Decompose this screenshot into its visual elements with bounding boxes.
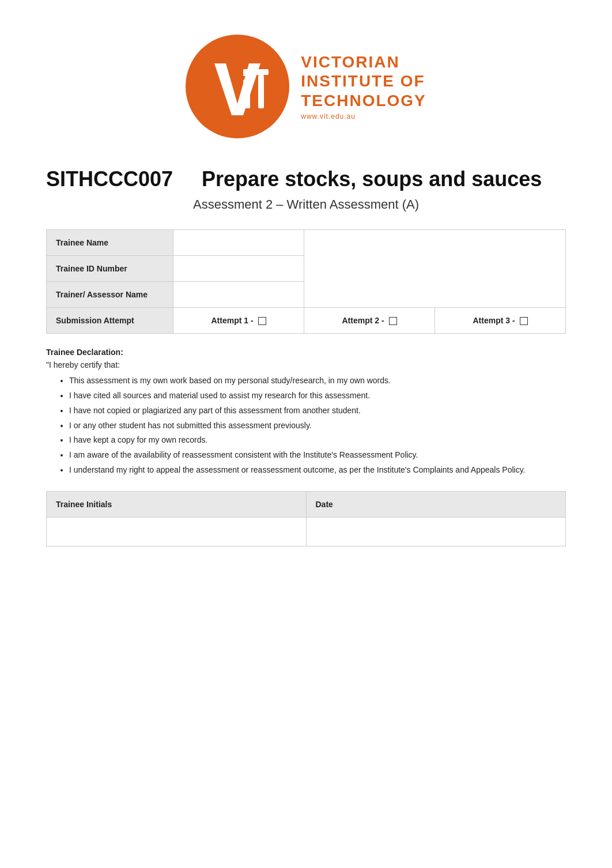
trainee-id-row: Trainee ID Number: [47, 256, 566, 282]
svg-point-0: [186, 35, 289, 138]
svg-rect-2: [243, 69, 250, 76]
info-table: Trainee Name Trainee ID Number Trainer/ …: [46, 229, 566, 334]
title-section: SITHCCC007 Prepare stocks, soups and sau…: [46, 167, 566, 212]
declaration-item-1: This assessment is my own work based on …: [69, 374, 566, 388]
trainee-initials-label: Trainee Initials: [47, 491, 307, 517]
trainee-id-value[interactable]: [173, 256, 304, 282]
school-line2: INSTITUTE OF: [301, 71, 426, 91]
page: VICTORIAN INSTITUTE OF TECHNOLOGY www.vi…: [0, 0, 612, 868]
vit-logo-icon: [186, 35, 289, 138]
attempt3-label: Attempt 3 -: [473, 316, 515, 325]
declaration-intro: "I hereby certify that:: [46, 360, 566, 369]
declaration-title: Trainee Declaration:: [46, 348, 566, 357]
course-code: SITHCCC007: [46, 167, 173, 191]
submission-row: Submission Attempt Attempt 1 - Attempt 2…: [47, 308, 566, 334]
attempt3-checkbox[interactable]: [520, 317, 528, 325]
signature-table: Trainee Initials Date: [46, 491, 566, 546]
trainer-label: Trainer/ Assessor Name: [47, 282, 173, 308]
attempt1-checkbox[interactable]: [258, 317, 266, 325]
school-line3: TECHNOLOGY: [301, 91, 426, 111]
attempt1-label: Attempt 1 -: [211, 316, 253, 325]
trainee-id-label: Trainee ID Number: [47, 256, 173, 282]
submission-label: Submission Attempt: [47, 308, 173, 334]
attempt2-checkbox[interactable]: [389, 317, 397, 325]
attempt1-cell: Attempt 1 -: [173, 308, 304, 334]
declaration-item-5: I have kept a copy for my own records.: [69, 433, 566, 447]
assessment-subtitle: Assessment 2 – Written Assessment (A): [46, 197, 566, 212]
trainee-name-label: Trainee Name: [47, 230, 173, 256]
logo-area: VICTORIAN INSTITUTE OF TECHNOLOGY www.vi…: [46, 35, 566, 138]
declaration-section: Trainee Declaration: "I hereby certify t…: [46, 348, 566, 477]
trainer-value[interactable]: [173, 282, 304, 308]
attempt2-label: Attempt 2 -: [342, 316, 384, 325]
declaration-list: This assessment is my own work based on …: [46, 374, 566, 477]
trainee-name-value[interactable]: [173, 230, 304, 256]
svg-rect-4: [254, 69, 269, 75]
date-label: Date: [306, 491, 566, 517]
school-name-block: VICTORIAN INSTITUTE OF TECHNOLOGY www.vi…: [301, 52, 426, 121]
declaration-item-2: I have cited all sources and material us…: [69, 389, 566, 403]
school-url: www.vit.edu.au: [301, 112, 426, 120]
signature-value-row: [47, 517, 566, 546]
attempt3-cell: Attempt 3 -: [435, 308, 566, 334]
trainee-initials-value[interactable]: [47, 517, 307, 546]
signature-label-row: Trainee Initials Date: [47, 491, 566, 517]
svg-rect-3: [243, 80, 250, 108]
declaration-item-7: I understand my right to appeal the asse…: [69, 463, 566, 477]
declaration-item-6: I am aware of the availability of reasse…: [69, 448, 566, 462]
attempt2-cell: Attempt 2 -: [304, 308, 435, 334]
school-line1: VICTORIAN: [301, 52, 426, 72]
declaration-item-3: I have not copied or plagiarized any par…: [69, 404, 566, 418]
course-title: Prepare stocks, soups and sauces: [202, 167, 542, 191]
date-value[interactable]: [306, 517, 566, 546]
logo-container: VICTORIAN INSTITUTE OF TECHNOLOGY www.vi…: [186, 35, 426, 138]
trainer-row: Trainer/ Assessor Name: [47, 282, 566, 308]
main-title: SITHCCC007 Prepare stocks, soups and sau…: [46, 167, 566, 191]
svg-rect-5: [258, 75, 264, 108]
declaration-item-4: I or any other student has not submitted…: [69, 419, 566, 433]
trainee-name-row: Trainee Name: [47, 230, 566, 256]
